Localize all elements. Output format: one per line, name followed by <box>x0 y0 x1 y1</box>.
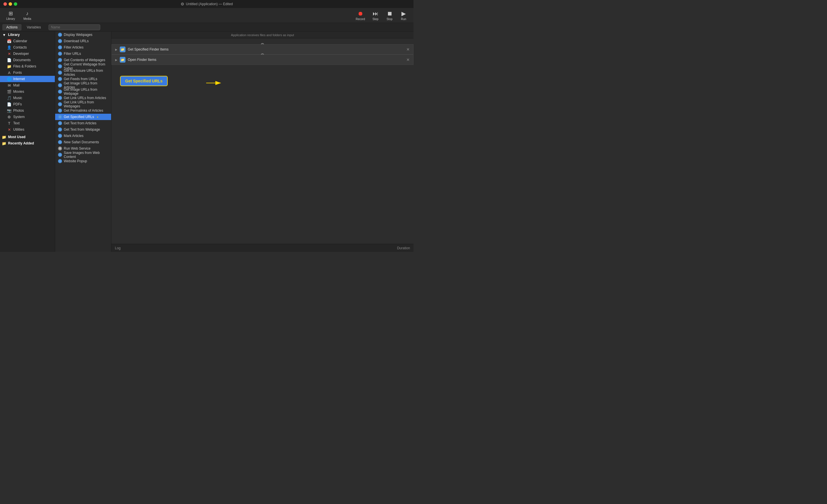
record-icon: ⏺ <box>357 10 363 17</box>
maximize-button[interactable] <box>14 2 17 6</box>
stop-button[interactable]: ⏹ Stop <box>383 9 396 22</box>
search-input[interactable] <box>49 24 100 30</box>
sidebar-item-files-folders[interactable]: 📁 Files & Folders <box>0 63 55 69</box>
sidebar-item-mail[interactable]: ✉ Mail <box>0 82 55 89</box>
sidebar-item-movies[interactable]: 🎬 Movies <box>0 89 55 95</box>
sidebar-item-contacts[interactable]: 👤 Contacts <box>0 44 55 51</box>
sidebar-item-pdfs[interactable]: 📄 PDFs <box>0 101 55 107</box>
sidebar-item-developer[interactable]: ✕ Developer <box>0 51 55 57</box>
close-block-button[interactable]: ✕ <box>406 47 410 52</box>
close-block-button[interactable]: ✕ <box>406 57 410 62</box>
tabbar: Actions Variables <box>0 23 414 32</box>
step-button[interactable]: ⏭ Step <box>369 9 382 22</box>
action-mark-articles[interactable]: i Mark Articles <box>55 133 111 139</box>
action-globe-icon: i <box>58 109 62 112</box>
chevron-down-icon: ▾ <box>2 33 6 37</box>
text-icon: T <box>7 121 11 125</box>
window-title: ⚙ Untitled (Application) — Edited <box>181 2 233 6</box>
calendar-icon: 📅 <box>7 39 11 43</box>
action-new-safari-documents[interactable]: i New Safari Documents <box>55 139 111 145</box>
sidebar-item-music[interactable]: 🎵 Music <box>0 95 55 101</box>
action-get-image-urls-webpage[interactable]: i Get Image URLs from Webpage <box>55 89 111 95</box>
expand-arrow-icon[interactable]: ▶ <box>115 48 117 51</box>
record-button[interactable]: ⏺ Record <box>353 9 368 22</box>
action-get-text-webpage[interactable]: i Get Text from Webpage <box>55 127 111 133</box>
canvas-content: ▶ 📁 Get Specified Finder Items ✕ ▶ 📁 Ope… <box>111 39 414 244</box>
action-website-popup[interactable]: i Website Popup <box>55 158 111 164</box>
action-globe-icon: i <box>58 90 62 94</box>
most-used-icon: 📁 <box>2 135 6 139</box>
media-button[interactable]: ♪ Media <box>20 9 35 21</box>
action-globe-icon: i <box>58 153 62 157</box>
highlight-box: Get Specified URLs <box>120 76 168 86</box>
sidebar-item-documents[interactable]: 📄 Documents <box>0 57 55 63</box>
sidebar-item-calendar[interactable]: 📅 Calendar <box>0 38 55 44</box>
action-get-specified-urls[interactable]: i Get Specified URLs ● <box>55 114 111 120</box>
media-icon: ♪ <box>26 11 29 17</box>
library-button[interactable]: ⊞ Library <box>3 9 18 21</box>
minimize-button[interactable] <box>9 2 12 6</box>
sidebar: ▾ Library 📅 Calendar 👤 Contacts ✕ Develo… <box>0 32 55 252</box>
contacts-icon: 👤 <box>7 45 11 50</box>
search-container <box>49 24 411 30</box>
run-button[interactable]: ▶ Run <box>397 9 410 22</box>
action-globe-icon: i <box>58 134 62 138</box>
action-download-urls[interactable]: i Download URLs <box>55 38 111 44</box>
action-globe-icon: i <box>58 159 62 163</box>
mail-icon: ✉ <box>7 83 11 88</box>
action-globe-icon: i <box>58 71 62 75</box>
developer-icon: ✕ <box>7 52 11 56</box>
pdfs-icon: 📄 <box>7 102 11 107</box>
action-get-text-articles[interactable]: i Get Text from Articles <box>55 120 111 127</box>
action-globe-icon: i <box>58 115 62 119</box>
expand-arrow-icon[interactable]: ▶ <box>115 58 117 61</box>
action-gear-icon: ⚙ <box>58 146 62 150</box>
sidebar-item-photos[interactable]: 📷 Photos <box>0 107 55 114</box>
action-filter-articles[interactable]: i Filter Articles <box>55 44 111 51</box>
action-filter-urls[interactable]: i Filter URLs <box>55 51 111 57</box>
action-globe-icon: i <box>58 77 62 81</box>
selection-dot: ● <box>97 116 98 118</box>
action-globe-icon: i <box>58 96 62 100</box>
block-icon-finder: 📁 <box>120 47 126 52</box>
app-icon: ⚙ <box>181 2 184 6</box>
main-layout: ▾ Library 📅 Calendar 👤 Contacts ✕ Develo… <box>0 32 414 252</box>
library-icon: ⊞ <box>9 10 13 17</box>
music-icon: 🎵 <box>7 96 11 100</box>
action-globe-icon: i <box>58 52 62 56</box>
traffic-lights[interactable] <box>3 2 17 6</box>
stop-icon: ⏹ <box>387 10 393 17</box>
action-get-link-urls-webpages[interactable]: i Get Link URLs from Webpages <box>55 101 111 107</box>
action-globe-icon: i <box>58 58 62 62</box>
tab-variables[interactable]: Variables <box>23 24 45 31</box>
action-globe-icon: i <box>58 128 62 132</box>
tab-actions[interactable]: Actions <box>2 24 21 31</box>
action-globe-icon: i <box>58 102 62 106</box>
sidebar-item-internet[interactable]: 🌐 Internet <box>0 76 55 82</box>
action-save-images[interactable]: i Save Images from Web Content <box>55 152 111 158</box>
toolbar-actions: ⏺ Record ⏭ Step ⏹ Stop ▶ Run <box>353 9 410 22</box>
documents-icon: 📄 <box>7 58 11 62</box>
sidebar-item-most-used[interactable]: 📁 Most Used <box>0 134 55 140</box>
sidebar-item-utilities[interactable]: ✕ Utilities <box>0 127 55 133</box>
close-button[interactable] <box>3 2 7 6</box>
sidebar-item-library[interactable]: ▾ Library <box>0 32 55 38</box>
system-icon: ⚙ <box>7 115 11 119</box>
action-get-enclosure-urls[interactable]: i Get Enclosure URLs from Articles <box>55 69 111 76</box>
toolbar: ⊞ Library ♪ Media ⏺ Record ⏭ Step ⏹ Stop… <box>0 8 414 23</box>
sidebar-item-fonts[interactable]: A Fonts <box>0 69 55 76</box>
sidebar-item-system[interactable]: ⚙ System <box>0 114 55 120</box>
internet-icon: 🌐 <box>7 77 11 81</box>
action-globe-icon: i <box>58 64 62 68</box>
sidebar-item-text[interactable]: T Text <box>0 120 55 127</box>
fonts-icon: A <box>7 71 11 75</box>
workflow-block-open-finder[interactable]: ▶ 📁 Open Finder Items ✕ <box>111 55 414 65</box>
sidebar-item-recently-added[interactable]: 📁 Recently Added <box>0 140 55 146</box>
workflow-block-finder-items[interactable]: ▶ 📁 Get Specified Finder Items ✕ <box>111 44 414 55</box>
movies-icon: 🎬 <box>7 90 11 94</box>
action-display-webpages[interactable]: i Display Webpages <box>55 32 111 38</box>
actions-panel: i Display Webpages i Download URLs i Fil… <box>55 32 111 252</box>
utilities-icon: ✕ <box>7 128 11 132</box>
files-folders-icon: 📁 <box>7 64 11 69</box>
action-get-permalinks[interactable]: i Get Permalinks of Articles <box>55 107 111 114</box>
